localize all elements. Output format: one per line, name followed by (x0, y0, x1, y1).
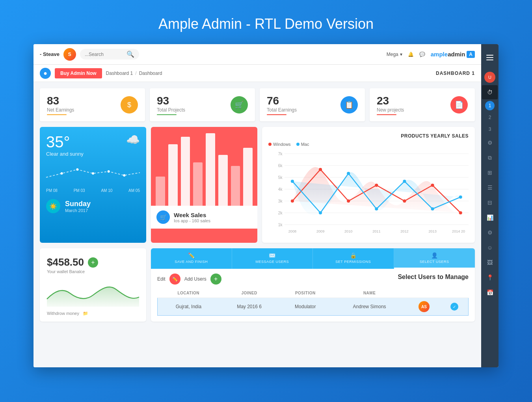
stat-left-3: 23 New projects (377, 95, 404, 115)
tab-save-finish[interactable]: ✏️ SAVE AND FINISH (151, 248, 232, 269)
sales-card-bottom: 🛒 Week Sales Ios app - 160 sales (151, 206, 257, 229)
sidebar-table-icon[interactable]: ⊟ (482, 195, 498, 210)
svg-text:4k: 4k (278, 187, 283, 192)
select-users-title: Select Users to Manage (398, 274, 469, 281)
svg-text:2k: 2k (278, 211, 283, 215)
chart-legend: Windows Mac (268, 142, 469, 147)
dashboard-body: 83 Net Earnings $ 93 Total Projects 🛒 (33, 82, 481, 367)
sidebar-num-1[interactable]: 1 (485, 101, 495, 110)
stat-icon-0: $ (121, 96, 138, 114)
user-avatar-icon: AS (419, 301, 430, 312)
sidebar-grid-icon[interactable]: ⊞ (482, 166, 498, 180)
set-permissions-label: SET PERMISSIONS (335, 260, 371, 264)
save-finish-label: SAVE AND FINISH (175, 260, 208, 264)
stat-label-2: Total Earnings (267, 107, 297, 113)
svg-text:5k: 5k (278, 175, 283, 180)
notifications-icon[interactable]: 🔔 (408, 52, 414, 57)
stat-left-2: 76 Total Earnings (267, 95, 297, 115)
wallet-amount: $458.50 + (47, 256, 139, 268)
sidebar-list-icon[interactable]: ☰ (482, 181, 498, 195)
weather-time-1: PM 03 (74, 188, 85, 193)
weather-card: 35° ☁️ Clear and sunny (40, 127, 146, 243)
svg-text:3k: 3k (278, 199, 283, 203)
sidebar-clock-icon[interactable]: ⏱ (482, 85, 498, 99)
sales-bar-7 (243, 148, 253, 206)
wallet-amount-value: $458.50 (47, 256, 84, 268)
sidebar-settings-icon[interactable]: ⚙ (482, 136, 498, 150)
message-users-icon: ✉️ (269, 252, 275, 259)
svg-text:2011: 2011 (372, 229, 380, 233)
messages-icon[interactable]: 💬 (419, 52, 425, 57)
dot-button[interactable]: ● (40, 68, 51, 79)
sidebar-calendar-icon[interactable]: 📅 (482, 285, 498, 300)
sidebar-user-icon[interactable]: U (482, 70, 498, 84)
users-table: LOCATION JOINED POSITION NAME (157, 288, 469, 316)
sidebar-num-2[interactable]: 2 (482, 112, 498, 123)
save-finish-icon: ✏️ (188, 252, 195, 259)
stat-underline-0 (47, 114, 67, 115)
svg-point-29 (375, 184, 378, 187)
search-input[interactable] (85, 52, 124, 57)
stat-num-1: 93 (157, 95, 185, 107)
svg-point-35 (347, 172, 350, 175)
col-name: NAME (331, 288, 407, 298)
tab-set-permissions[interactable]: 🔒 SET PERMISSIONS (313, 248, 394, 269)
sidebar-smile-icon[interactable]: ☺ (482, 240, 498, 255)
breadcrumb-item-2: Dashboard (139, 71, 162, 76)
svg-point-30 (403, 199, 406, 203)
mega-menu[interactable]: Mega ▾ (387, 52, 402, 57)
svg-text:2012: 2012 (400, 229, 408, 233)
sales-info: Week Sales Ios app - 160 sales (174, 212, 210, 223)
hamburger-line-2 (486, 57, 493, 58)
stat-card-1: 93 Total Projects 🛒 (150, 88, 255, 121)
sales-card: 🛒 Week Sales Ios app - 160 sales (151, 127, 257, 243)
tab-select-users[interactable]: 👤 SELECT USERS (394, 248, 475, 269)
sidebar-num-3[interactable]: 3 (482, 124, 498, 135)
sidebar-copy-icon[interactable]: ⧉ (482, 151, 498, 165)
stat-card-2: 76 Total Earnings 📋 (260, 88, 365, 121)
hamburger-button[interactable] (481, 47, 499, 68)
stat-icon-2: 📋 (340, 96, 358, 114)
main-content: - Steave S 🔍 Mega ▾ 🔔 💬 ampleadmin A (33, 44, 481, 367)
svg-text:6k: 6k (278, 164, 283, 168)
sidebar-gear-icon[interactable]: ⚙ (482, 225, 498, 240)
bottom-row: $458.50 + Your wallet Banalce (40, 248, 475, 322)
cell-avatar: AS (407, 298, 441, 316)
svg-point-34 (319, 211, 322, 214)
weather-icon: ☁️ (126, 133, 140, 146)
col-position: POSITION (279, 288, 331, 298)
legend-label-mac: Mac (301, 142, 309, 147)
sidebar-location-icon[interactable]: 📍 (482, 270, 498, 285)
cell-position: Modulator (279, 298, 331, 316)
legend-dot-mac (296, 143, 299, 146)
chart-area: 7k 6k 5k 4k 3k 2k 1k 2008 2009 2010 2011 (268, 150, 469, 236)
table-row[interactable]: Gujrat, India May 2016 6 Modulator Andre… (158, 298, 469, 316)
chart-title: PRODUCTS YEARLY SALES (268, 133, 469, 139)
header-right: Mega ▾ 🔔 💬 ampleadmin A (387, 51, 475, 58)
legend-windows: Windows (268, 142, 291, 147)
sidebar-image-icon[interactable]: 🖼 (482, 255, 498, 270)
weather-wave-chart (46, 162, 140, 185)
select-users-label: SELECT USERS (420, 260, 449, 264)
search-icon: 🔍 (126, 50, 134, 58)
cell-name: Andrew Simons (331, 298, 407, 316)
add-users-button[interactable]: + (210, 274, 221, 285)
buy-admin-button[interactable]: Buy Admin Now (55, 68, 102, 78)
sales-title: Week Sales (174, 212, 210, 218)
weather-bottom: ☀️ Sunday March 2017 (46, 199, 140, 213)
sidebar-chart-icon[interactable]: 📊 (482, 210, 498, 225)
stat-underline-2 (267, 114, 286, 115)
header: - Steave S 🔍 Mega ▾ 🔔 💬 ampleadmin A (33, 44, 481, 65)
edit-button[interactable]: ✏️ (169, 274, 180, 285)
wallet-footer: Withdrow money 📁 (47, 311, 139, 316)
user-avatar[interactable]: S (63, 48, 76, 61)
wallet-add-button[interactable]: + (88, 257, 98, 268)
stat-card-0: 83 Net Earnings $ (40, 88, 145, 121)
stat-icon-3: 📄 (450, 96, 468, 114)
tab-message-users[interactable]: ✉️ MESSAGE USERS (232, 248, 313, 269)
toolbar: ● Buy Admin Now Dashboard 1 / Dashboard … (33, 65, 481, 82)
col-check (441, 288, 468, 298)
header-brand: - Steave (40, 51, 60, 57)
stat-label-0: Net Earnings (47, 107, 74, 113)
stat-left-0: 83 Net Earnings (47, 95, 74, 115)
